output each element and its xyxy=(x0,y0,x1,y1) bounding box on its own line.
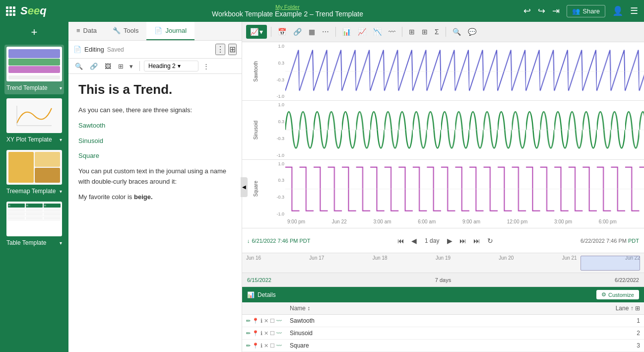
tab-data[interactable]: ≡ Data xyxy=(68,22,105,40)
folder-link[interactable]: My Folder xyxy=(57,4,519,10)
add-workbook-button[interactable]: + xyxy=(31,26,38,39)
details-table: Name ↕ Lane ↑ ⊞ ✏ 📍 xyxy=(242,302,644,352)
sidebar-item-xy[interactable]: XY Plot Template ▾ xyxy=(4,96,64,146)
redo-button[interactable]: ↪ xyxy=(538,5,545,16)
chart-sep1 xyxy=(271,27,271,37)
undo-button[interactable]: ↩ xyxy=(523,5,531,16)
signal-icon-sinusoid[interactable]: 〰 xyxy=(276,330,282,336)
share-button[interactable]: 👥 Share xyxy=(567,5,605,17)
format-separator xyxy=(139,61,140,71)
tab-tools[interactable]: 🔧 Tools xyxy=(105,22,146,40)
close-icon-sawtooth[interactable]: ✕ xyxy=(264,318,268,324)
edit-icon-sawtooth[interactable]: ✏ xyxy=(246,318,251,324)
tools-tab-icon: 🔧 xyxy=(113,27,121,34)
sawtooth-svg xyxy=(285,42,644,100)
customize-button[interactable]: ⚙ Customize xyxy=(596,290,639,299)
user-button[interactable]: 👤 xyxy=(612,5,623,16)
journal-format-bar: 🔍 🔗 🖼 ⊞ ▾ Heading 2 ▾ ⋮ xyxy=(68,59,242,74)
minimap-selector[interactable] xyxy=(580,256,640,271)
heading-select[interactable]: Heading 2 ▾ xyxy=(144,61,198,71)
checkbox-square[interactable]: ☐ xyxy=(270,343,275,349)
square-svg xyxy=(285,160,644,218)
grid-icon[interactable] xyxy=(6,6,15,16)
chain-tool-button[interactable]: 🔗 xyxy=(291,26,304,38)
signal-lane-sawtooth: 1 xyxy=(604,315,644,327)
journal-collapse-button[interactable]: ◀ xyxy=(241,177,248,197)
link2-tool-button[interactable]: ⊞ xyxy=(419,26,430,38)
sinusoid-svg xyxy=(285,101,644,159)
edit-icon-square[interactable]: ✏ xyxy=(246,343,251,349)
skip-start-button[interactable]: ⏮ xyxy=(395,236,406,246)
refresh-button[interactable]: ↻ xyxy=(485,236,495,246)
comment-tool-button[interactable]: 💬 xyxy=(465,26,479,38)
info-icon-sawtooth[interactable]: ℹ xyxy=(260,318,262,324)
sawtooth-label: Sawtooth xyxy=(253,61,258,82)
format-image-button[interactable]: 🖼 xyxy=(102,61,114,71)
sidebar-item-trend[interactable]: Trend Template ▾ xyxy=(4,45,64,94)
journal-more-button[interactable]: ⋮ xyxy=(215,44,225,55)
info-icon-sinusoid[interactable]: ℹ xyxy=(260,330,262,337)
pin-icon-sinusoid[interactable]: 📍 xyxy=(252,330,259,337)
signal-icon-square[interactable]: 〰 xyxy=(276,343,282,349)
square-label: Square xyxy=(253,181,258,197)
redo2-button[interactable]: ⇥ xyxy=(552,5,560,16)
col-lane-header: Lane ↑ ⊞ xyxy=(604,302,644,315)
pin-icon-sawtooth[interactable]: 📍 xyxy=(252,318,259,324)
area-chart-tool-button[interactable]: 📉 xyxy=(371,26,384,38)
format-table-button[interactable]: ⊞ xyxy=(116,61,126,71)
sidebar-item-treemap[interactable]: Treemap Template ▾ xyxy=(4,148,64,198)
format-search-button[interactable]: 🔍 xyxy=(72,61,85,71)
close-icon-sinusoid[interactable]: ✕ xyxy=(264,330,268,337)
signal-link-square[interactable]: Square xyxy=(78,152,99,159)
scatter-tool-button[interactable]: ⋯ xyxy=(320,26,331,38)
sidebar-label-table: Table Template xyxy=(6,239,47,246)
signal-name-sawtooth: Sawtooth xyxy=(286,315,604,327)
format-more-button[interactable]: ⋮ xyxy=(200,61,212,71)
sinusoid-y-axis: 1.0 0.3 -0.3 -1.0 xyxy=(269,101,285,159)
next-button[interactable]: ▶ xyxy=(445,236,454,246)
line-chart-tool-button[interactable]: 📈 xyxy=(355,26,369,38)
edit-icon-sinusoid[interactable]: ✏ xyxy=(246,330,251,337)
editing-icon: 📄 xyxy=(73,46,81,53)
pdt-link-left[interactable]: PDT xyxy=(300,238,311,244)
square-y-axis: 1.0 0.3 -0.3 -1.0 xyxy=(269,160,285,218)
table-row: ✏ 📍 ℹ ✕ ☐ 〰 Sinusoid 2 xyxy=(242,327,644,340)
date-range-bar: 6/15/2022 7 days 6/22/2022 xyxy=(242,273,644,286)
add-column-icon[interactable]: ⊞ xyxy=(635,305,640,312)
info-icon-square[interactable]: ℹ xyxy=(260,343,262,349)
timeline-controls: ⏮ ◀ 1 day ▶ ⏭ ⏭ ↻ xyxy=(395,236,495,246)
signal-tool-button[interactable]: 〰 xyxy=(386,26,398,38)
skip-end-button[interactable]: ⏭ xyxy=(471,236,482,246)
pdt-link-right[interactable]: PDT xyxy=(628,238,639,244)
zoom-tool-button[interactable]: 🔍 xyxy=(450,26,463,38)
formula-tool-button[interactable]: Σ xyxy=(432,26,442,38)
signal-link-sawtooth[interactable]: Sawtooth xyxy=(78,122,105,129)
signal-link-sinusoid[interactable]: Sinusoid xyxy=(78,137,103,144)
tab-journal[interactable]: 📄 Journal xyxy=(146,22,194,40)
sidebar-label-xy: XY Plot Template xyxy=(6,136,52,143)
journal-body2: My favorite color is beige. xyxy=(78,192,232,203)
menu-button[interactable]: ☰ xyxy=(630,5,638,16)
prev-button[interactable]: ◀ xyxy=(409,236,419,246)
format-table-dropdown[interactable]: ▾ xyxy=(127,61,135,71)
users-icon: 👥 xyxy=(572,7,580,15)
format-link-button[interactable]: 🔗 xyxy=(87,61,100,71)
signal-actions-sawtooth: ✏ 📍 ℹ ✕ ☐ 〰 xyxy=(242,315,286,327)
close-icon-square[interactable]: ✕ xyxy=(264,343,268,349)
data-tab-icon: ≡ xyxy=(76,27,80,34)
chart-type-button[interactable]: 📈 ▾ xyxy=(246,25,267,39)
step-fwd-button[interactable]: ⏭ xyxy=(457,236,468,246)
table-tool-button[interactable]: ▦ xyxy=(306,26,318,38)
sidebar-item-table[interactable]: H H H Table Template ▾ xyxy=(4,200,64,249)
bar-chart-tool-button[interactable]: 📊 xyxy=(340,26,353,38)
signal-icon-sawtooth[interactable]: 〰 xyxy=(276,318,282,324)
journal-expand-button[interactable]: ⊞ xyxy=(228,44,237,55)
sawtooth-y-axis: 1.0 0.3 -0.3 -1.0 xyxy=(269,42,285,100)
main-title: Workbook Template Example 2 – Trend Temp… xyxy=(212,10,363,18)
journal-tabs: ≡ Data 🔧 Tools 📄 Journal xyxy=(68,22,242,41)
checkbox-sinusoid[interactable]: ☐ xyxy=(270,330,275,337)
pin-icon-square[interactable]: 📍 xyxy=(252,343,259,349)
calendar-tool-button[interactable]: 📅 xyxy=(275,26,289,38)
checkbox-sawtooth[interactable]: ☐ xyxy=(270,318,275,324)
grid-chart-button[interactable]: ⊞ xyxy=(406,26,417,38)
